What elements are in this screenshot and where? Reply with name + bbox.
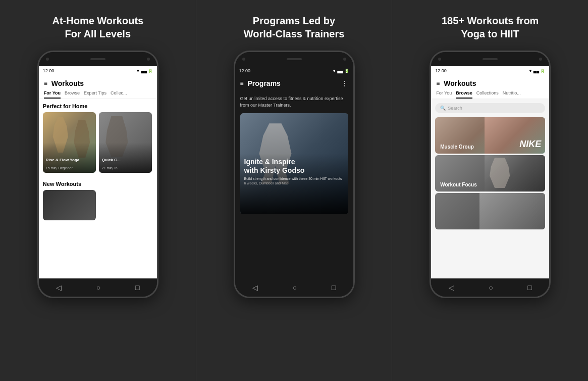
screen3-title: Workouts xyxy=(444,79,476,87)
phone-screen-3: ≡ Workouts For You Browse Collections Nu… xyxy=(431,75,549,278)
dots-menu[interactable]: ⋮ xyxy=(341,79,348,87)
tab-collections-3[interactable]: Collections xyxy=(476,90,499,99)
tab-for-you-3[interactable]: For You xyxy=(436,90,452,99)
quick-card-meta: 21 min, In... xyxy=(102,166,121,170)
screen1-header: ≡ Workouts For You Browse Expert Tips Co… xyxy=(39,75,157,99)
status-time-2: 12:00 xyxy=(239,68,251,73)
yoga-card-meta: 15 min, Beginner xyxy=(46,166,73,170)
phone-3: 12:00 ▼ ▄▄ 🔋 ≡ Workouts For You Browse xyxy=(430,51,551,298)
screen3-content: 🔍 Search NIKE Muscle Group xyxy=(431,99,549,278)
screen2-title: Programs xyxy=(248,79,281,87)
speaker-3 xyxy=(483,58,498,60)
status-bar-1: 12:00 ▼ ▄▄ 🔋 xyxy=(39,66,157,75)
new-workout-card[interactable] xyxy=(43,190,96,220)
hero-overlay: Ignite & Inspire with Kirsty Godso Build… xyxy=(240,154,348,214)
hero-desc: Build strength and confidence with these… xyxy=(244,177,344,180)
sensor-2 xyxy=(343,58,346,61)
promo-section-2: Programs Led by World-Class Trainers 12:… xyxy=(196,0,393,381)
screen2-content: Get unlimited access to fitness & nutrit… xyxy=(235,91,353,278)
search-bar[interactable]: 🔍 Search xyxy=(435,103,545,113)
screen3-header: ≡ Workouts For You Browse Collections Nu… xyxy=(431,75,549,99)
promo-row: At-Home Workouts For All Levels 12:00 ▼ … xyxy=(0,0,588,381)
nav-home-3[interactable]: ○ xyxy=(489,283,493,292)
programs-description: Get unlimited access to fitness & nutrit… xyxy=(240,96,348,108)
program-hero-card[interactable]: Ignite & Inspire with Kirsty Godso Build… xyxy=(240,113,348,214)
nav-recent-3[interactable]: □ xyxy=(527,283,531,292)
third-category-card[interactable] xyxy=(435,193,545,229)
phone-2: 12:00 ▼ ▄▄ 🔋 ≡ Programs ⋮ Get unlimited … xyxy=(234,51,355,298)
phone-bottom-nav-2: ◁ ○ □ xyxy=(235,278,353,297)
muscle-group-card[interactable]: NIKE Muscle Group xyxy=(435,117,545,154)
yoga-card-label: Rise & Flow Yoga xyxy=(46,158,79,163)
nav-back-3[interactable]: ◁ xyxy=(449,283,454,292)
hamburger-icon-2[interactable]: ≡ xyxy=(240,80,244,87)
nav-recent-1[interactable]: □ xyxy=(135,283,139,292)
promo-title-2: Programs Led by World-Class Trainers xyxy=(244,14,345,40)
browse-grid: NIKE Muscle Group Workout Focus xyxy=(431,117,549,233)
tab-nutrition-3[interactable]: Nutritio... xyxy=(503,90,521,99)
sensor-3 xyxy=(539,58,542,61)
nike-logo: NIKE xyxy=(519,139,541,150)
nav-recent-2[interactable]: □ xyxy=(332,283,336,292)
phone-screen-2: ≡ Programs ⋮ Get unlimited access to fit… xyxy=(235,75,353,278)
status-time-1: 12:00 xyxy=(43,68,55,73)
nav-back-2[interactable]: ◁ xyxy=(252,283,258,292)
promo-section-3: 185+ Workouts from Yoga to HIIT 12:00 ▼ … xyxy=(392,0,588,381)
screen1-title-row: ≡ Workouts xyxy=(44,79,152,87)
workout-focus-card[interactable]: Workout Focus xyxy=(435,155,545,192)
screen1-content: Perfect for Home Rise & Flow Yoga 15 mi xyxy=(39,99,157,278)
new-workouts-section: New Workouts xyxy=(43,179,153,220)
quick-card-label: Quick C... xyxy=(102,158,121,163)
front-camera-2 xyxy=(242,58,245,61)
section-perfect-home-heading: Perfect for Home xyxy=(43,103,153,109)
phone-top-bar-3 xyxy=(431,52,549,66)
yoga-card[interactable]: Rise & Flow Yoga 15 min, Beginner xyxy=(43,112,96,173)
tab-expert-tips[interactable]: Expert Tips xyxy=(84,90,106,99)
status-bar-2: 12:00 ▼ ▄▄ 🔋 xyxy=(235,66,353,75)
hamburger-icon-1[interactable]: ≡ xyxy=(44,80,47,87)
status-icons-2: ▼ ▄▄ 🔋 xyxy=(332,69,349,73)
nav-home-1[interactable]: ○ xyxy=(96,283,100,292)
screen1-title: Workouts xyxy=(51,79,84,87)
screen1-tabs: For You Browse Expert Tips Collec... xyxy=(44,90,152,99)
quick-card[interactable]: Quick C... 21 min, In... xyxy=(99,112,152,173)
tab-for-you[interactable]: For You xyxy=(44,90,61,99)
new-workouts-heading: New Workouts xyxy=(43,181,153,187)
tab-browse-3[interactable]: Browse xyxy=(456,90,472,99)
hamburger-icon-3[interactable]: ≡ xyxy=(436,80,440,87)
tab-browse-1[interactable]: Browse xyxy=(65,90,80,99)
status-bar-3: 12:00 ▼ ▄▄ 🔋 xyxy=(431,66,549,75)
phone-top-bar-2 xyxy=(235,52,353,66)
muscle-group-label: Muscle Group xyxy=(440,144,474,150)
search-icon: 🔍 xyxy=(440,106,446,111)
front-camera-1 xyxy=(46,58,49,61)
nav-home-2[interactable]: ○ xyxy=(293,283,297,292)
speaker-2 xyxy=(287,58,302,60)
promo-title-3: 185+ Workouts from Yoga to HIIT xyxy=(442,14,539,40)
front-camera-3 xyxy=(438,58,441,61)
screen3-title-row: ≡ Workouts xyxy=(436,79,544,87)
third-person xyxy=(479,193,545,229)
tab-collections-1[interactable]: Collec... xyxy=(111,90,127,99)
phone-bottom-nav-1: ◁ ○ □ xyxy=(39,278,157,297)
workout-cards-row: Rise & Flow Yoga 15 min, Beginner Quick … xyxy=(43,112,153,173)
status-time-3: 12:00 xyxy=(435,68,447,73)
phone-screen-1: ≡ Workouts For You Browse Expert Tips Co… xyxy=(39,75,157,278)
hero-meta: 6 weeks, Dumbbell and Mat xyxy=(244,181,344,185)
promo-title-1: At-Home Workouts For All Levels xyxy=(52,14,143,40)
phone-bottom-nav-3: ◁ ○ □ xyxy=(431,278,549,297)
screen2-title-row: ≡ Programs xyxy=(240,79,281,87)
phone-top-bar-1 xyxy=(39,52,157,66)
phone-1: 12:00 ▼ ▄▄ 🔋 ≡ Workouts For You Browse xyxy=(37,51,158,298)
screen2-header: ≡ Programs ⋮ xyxy=(235,75,353,91)
promo-section-1: At-Home Workouts For All Levels 12:00 ▼ … xyxy=(0,0,196,381)
hero-title: Ignite & Inspire with Kirsty Godso xyxy=(244,158,344,175)
focus-person xyxy=(485,155,545,192)
nav-back-1[interactable]: ◁ xyxy=(56,283,62,292)
sensor-1 xyxy=(147,58,150,61)
search-placeholder-text: Search xyxy=(448,106,462,111)
speaker-1 xyxy=(90,58,105,60)
focus-figure xyxy=(487,158,512,188)
status-icons-3: ▼ ▄▄ 🔋 xyxy=(528,69,545,73)
workout-focus-label: Workout Focus xyxy=(440,182,477,187)
